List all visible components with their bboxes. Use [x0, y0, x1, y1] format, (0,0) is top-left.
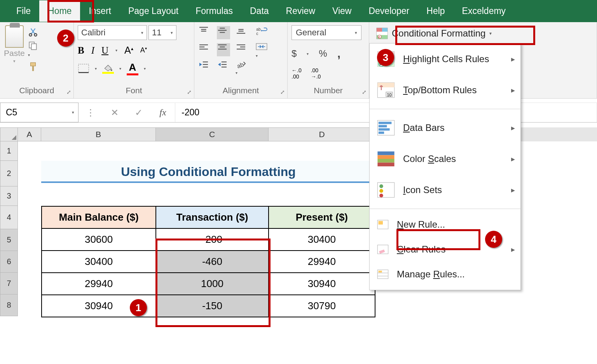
decrease-decimal-icon[interactable]: .00→.0: [311, 67, 321, 80]
svg-rect-57: [379, 128, 390, 131]
select-all-corner[interactable]: [0, 127, 18, 141]
menu-help[interactable]: Help: [418, 0, 453, 22]
align-center-icon[interactable]: [217, 43, 230, 56]
cf-top-bottom-rules[interactable]: 10 Top/Bottom Rules ▶: [370, 75, 520, 106]
insert-function-button[interactable]: fx: [151, 103, 175, 122]
svg-rect-62: [377, 163, 394, 167]
svg-rect-60: [377, 155, 394, 159]
menu-developer[interactable]: Developer: [360, 0, 418, 22]
svg-rect-6: [79, 64, 89, 73]
font-size-select[interactable]: 11▾: [148, 25, 176, 40]
table-header-transaction: Transaction ($): [156, 206, 268, 228]
svg-rect-4: [30, 63, 35, 66]
font-color-button[interactable]: A: [127, 61, 138, 75]
menu-page-layout[interactable]: Page Layout: [120, 0, 187, 22]
svg-point-0: [29, 33, 32, 36]
merge-center-icon[interactable]: ▾: [256, 42, 267, 59]
cf-icon-sets[interactable]: Icon Sets ▶: [370, 174, 520, 206]
conditional-formatting-icon: ≠: [376, 28, 388, 39]
svg-rect-56: [379, 125, 387, 127]
font-launcher-icon[interactable]: ⤢: [187, 89, 192, 95]
align-middle-icon[interactable]: [217, 26, 230, 39]
cancel-formula-icon[interactable]: ✕: [103, 103, 127, 122]
menu-file[interactable]: File: [8, 0, 39, 22]
row-header-4[interactable]: 4: [0, 206, 18, 229]
copy-icon[interactable]: ▾: [28, 41, 38, 58]
callout-3: 3: [377, 49, 394, 66]
row-header-1[interactable]: 1: [0, 141, 18, 161]
svg-point-64: [379, 185, 383, 188]
orientation-icon[interactable]: ab▾: [236, 60, 249, 73]
svg-rect-39: [382, 28, 388, 32]
menu-review[interactable]: Review: [278, 0, 324, 22]
align-top-icon[interactable]: [198, 26, 211, 39]
group-alignment: ab▾ abc ▾ Alignment ⤢: [194, 22, 288, 98]
number-format-select[interactable]: General▾: [292, 25, 361, 40]
svg-rect-74: [379, 271, 382, 273]
col-header-D[interactable]: D: [269, 127, 375, 141]
cut-icon[interactable]: [28, 27, 38, 37]
col-header-C[interactable]: C: [156, 127, 269, 141]
conditional-formatting-button[interactable]: ≠ Conditional Formatting ▾: [373, 25, 593, 42]
menu-data[interactable]: Data: [241, 0, 278, 22]
increase-indent-icon[interactable]: [217, 60, 230, 73]
row-header-7[interactable]: 7: [0, 273, 18, 294]
enter-formula-icon[interactable]: ✓: [127, 103, 151, 122]
col-header-B[interactable]: B: [41, 127, 156, 141]
clipboard-icon: [5, 25, 24, 48]
menu-view[interactable]: View: [324, 0, 360, 22]
cf-color-scales[interactable]: Color Scales ▶: [370, 143, 520, 174]
menu-exceldemy[interactable]: Exceldemy: [454, 0, 514, 22]
paste-button[interactable]: Paste ▾: [4, 25, 25, 72]
row-header-8[interactable]: 8: [0, 294, 18, 316]
table-row: 29940100030940: [42, 273, 375, 295]
menu-bar: File Home Insert Page Layout Formulas Da…: [0, 0, 597, 22]
row-header-2[interactable]: 2: [0, 161, 18, 186]
decrease-font-icon[interactable]: A▾: [140, 46, 147, 54]
svg-point-66: [379, 194, 383, 198]
align-left-icon[interactable]: [198, 43, 211, 56]
italic-button[interactable]: I: [91, 45, 94, 56]
name-box[interactable]: C5▾: [0, 103, 79, 122]
underline-button[interactable]: U: [101, 45, 108, 56]
menu-insert[interactable]: Insert: [80, 0, 120, 22]
svg-text:ab: ab: [236, 61, 244, 69]
comma-format-button[interactable]: ,: [337, 47, 340, 60]
paste-label: Paste: [4, 49, 25, 58]
cf-data-bars[interactable]: Data Bars ▶: [370, 112, 520, 143]
row-header-3[interactable]: 3: [0, 186, 18, 206]
number-launcher-icon[interactable]: ⤢: [362, 89, 367, 95]
cf-manage-rules[interactable]: Manage Rules...: [370, 262, 520, 287]
bold-button[interactable]: B: [78, 45, 84, 56]
fill-color-button[interactable]: [102, 63, 114, 74]
clipboard-launcher-icon[interactable]: ⤢: [66, 89, 71, 95]
data-table: Main Balance ($) Transaction ($) Present…: [41, 206, 375, 317]
accounting-format-button[interactable]: $: [292, 48, 297, 59]
svg-text:ab: ab: [256, 27, 261, 31]
clipboard-label: Clipboard: [4, 86, 70, 97]
row-header-6[interactable]: 6: [0, 251, 18, 273]
align-right-icon[interactable]: [236, 43, 249, 56]
svg-rect-58: [379, 132, 384, 134]
table-header-present: Present ($): [269, 206, 375, 228]
wrap-text-icon[interactable]: abc: [256, 26, 267, 36]
menu-formulas[interactable]: Formulas: [187, 0, 241, 22]
table-header-main-balance: Main Balance ($): [42, 206, 156, 228]
col-header-A[interactable]: A: [18, 127, 41, 141]
format-painter-icon[interactable]: [28, 62, 38, 72]
alignment-launcher-icon[interactable]: ⤢: [280, 89, 285, 95]
callout-4: 4: [485, 231, 502, 248]
number-label: Number: [292, 86, 365, 97]
menu-home[interactable]: Home: [39, 0, 80, 22]
percent-format-button[interactable]: %: [319, 48, 327, 59]
formula-expand-icon[interactable]: ⋮: [79, 103, 103, 122]
row-header-5[interactable]: 5: [0, 229, 18, 251]
increase-decimal-icon[interactable]: ←.0.00: [292, 67, 302, 80]
borders-button[interactable]: [78, 64, 89, 73]
font-name-select[interactable]: Calibri▾: [78, 25, 147, 40]
decrease-indent-icon[interactable]: [198, 60, 211, 73]
svg-point-65: [379, 189, 383, 193]
conditional-formatting-menu: ≤> Highlight Cells Rules ▶ 10 Top/Bottom…: [369, 43, 521, 290]
align-bottom-icon[interactable]: [236, 26, 249, 39]
increase-font-icon[interactable]: A▴: [124, 45, 133, 56]
